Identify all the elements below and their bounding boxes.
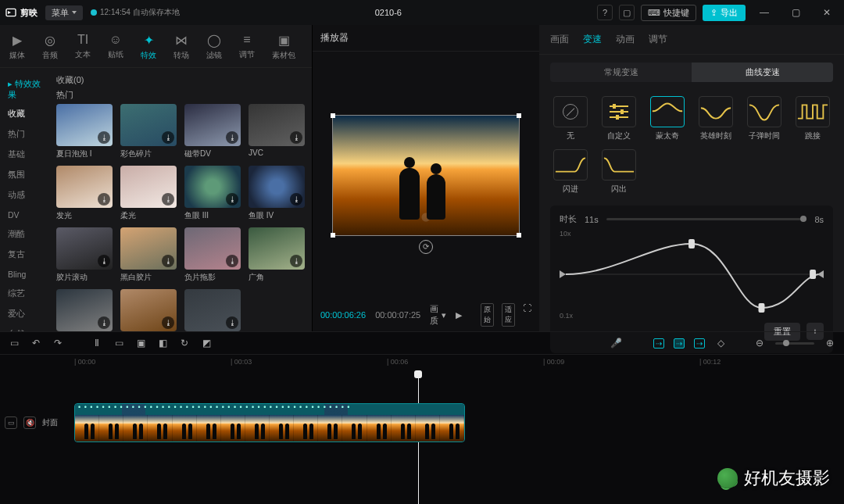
speed-curve-graph[interactable]: 10x 0.1x xyxy=(560,230,824,320)
download-icon[interactable]: ⭳ xyxy=(290,193,302,206)
asset-tab-贴纸[interactable]: ☺贴纸 xyxy=(106,30,125,64)
effect-thumb[interactable]: ⭳鱼眼 IV xyxy=(249,166,305,221)
asset-tab-转场[interactable]: ⋈转场 xyxy=(172,30,191,64)
download-icon[interactable]: ⭳ xyxy=(98,255,110,267)
rotate-icon[interactable]: ↻ xyxy=(178,338,191,349)
menu-button[interactable]: 菜单 xyxy=(45,5,83,20)
quality-select[interactable]: 画质 ▾ xyxy=(430,303,446,327)
effect-thumb[interactable]: ⭳JVC xyxy=(249,104,305,159)
download-icon[interactable]: ⭳ xyxy=(162,131,174,144)
category-item[interactable]: 复古 xyxy=(0,245,48,265)
effect-thumb[interactable]: ⭳柔光 xyxy=(120,166,177,221)
effect-thumb[interactable]: ⭳磁带DV xyxy=(184,104,241,159)
speed-preset[interactable]: 闪出 xyxy=(599,149,639,195)
fullscreen-icon[interactable]: ⛶ xyxy=(523,303,531,327)
layout-icon[interactable]: ▢ xyxy=(619,5,635,20)
copy-icon[interactable]: ▣ xyxy=(134,338,147,349)
asset-tab-滤镜[interactable]: ◯滤镜 xyxy=(205,30,224,64)
zoom-in-icon[interactable]: ⊕ xyxy=(824,338,836,349)
inspector-tab[interactable]: 动画 xyxy=(616,33,635,46)
download-icon[interactable]: ⭳ xyxy=(162,316,174,329)
timeline-ruler[interactable]: | 00:00| 00:03| 00:06| 00:09| 00:12 xyxy=(0,355,844,372)
subtab-normal-speed[interactable]: 常规变速 xyxy=(550,63,692,82)
category-item[interactable]: 自然 xyxy=(0,324,48,331)
help-icon[interactable]: ? xyxy=(597,5,613,20)
effect-thumb[interactable]: ⭳发光 xyxy=(56,166,113,221)
asset-tab-音频[interactable]: ◎音频 xyxy=(41,30,59,64)
mic-icon[interactable]: 🎤 xyxy=(610,338,622,349)
keyframe-icon[interactable]: ◇ xyxy=(714,338,727,349)
effect-thumb[interactable]: ⭳广角 xyxy=(249,227,305,283)
speed-preset[interactable]: 英雄时刻 xyxy=(696,96,736,141)
redo-icon[interactable]: ↷ xyxy=(52,338,64,349)
play-button[interactable]: ▶ xyxy=(456,310,462,320)
speed-preset[interactable]: 子弹时间 xyxy=(744,96,785,141)
asset-tab-调节[interactable]: ≡调节 xyxy=(238,30,256,64)
effect-thumb[interactable]: ⭳ xyxy=(184,289,241,331)
category-item[interactable]: DV xyxy=(0,206,48,224)
effect-thumb[interactable]: ⭳ xyxy=(120,289,177,331)
inspector-tab[interactable]: 画面 xyxy=(550,33,569,46)
resize-handle[interactable] xyxy=(331,233,335,238)
category-item[interactable]: 氛围 xyxy=(0,165,48,185)
crop-icon[interactable]: ◩ xyxy=(200,338,213,349)
effect-thumb[interactable]: ⭳ xyxy=(56,289,113,331)
resize-handle[interactable] xyxy=(517,113,521,118)
category-item[interactable]: 综艺 xyxy=(0,284,48,304)
resize-handle[interactable] xyxy=(331,113,335,118)
download-icon[interactable]: ⭳ xyxy=(98,316,110,329)
snap-toggle-2[interactable]: ⇢ xyxy=(674,338,685,349)
cover-label[interactable]: 封面 xyxy=(42,417,58,428)
track-visibility-icon[interactable]: ▭ xyxy=(5,416,17,429)
original-badge[interactable]: 原始 xyxy=(481,303,494,327)
category-item[interactable]: 动感 xyxy=(0,185,48,206)
subtab-curve-speed[interactable]: 曲线变速 xyxy=(692,63,833,82)
effect-thumb[interactable]: ⭳负片拖影 xyxy=(184,227,241,283)
speed-preset[interactable]: 自定义 xyxy=(599,96,639,141)
fit-badge[interactable]: 适应 xyxy=(502,303,515,327)
download-icon[interactable]: ⭳ xyxy=(162,193,174,206)
effect-thumb[interactable]: ⭳彩色碎片 xyxy=(120,104,177,159)
download-icon[interactable]: ⭳ xyxy=(290,131,302,144)
snap-toggle-1[interactable]: ⇢ xyxy=(653,338,664,349)
effect-thumb[interactable]: ⭳黑白胶片 xyxy=(120,227,177,283)
category-item[interactable]: Bling xyxy=(0,265,48,284)
split-icon[interactable]: Ⅱ xyxy=(91,338,103,349)
select-tool-icon[interactable]: ▭ xyxy=(8,338,20,349)
asset-tab-媒体[interactable]: ▶媒体 xyxy=(8,30,27,64)
effect-thumb[interactable]: ⭳鱼眼 III xyxy=(184,166,241,221)
speed-preset[interactable]: 闪进 xyxy=(550,149,591,195)
download-icon[interactable]: ⭳ xyxy=(226,193,238,206)
duration-slider[interactable] xyxy=(606,218,807,220)
asset-tab-文本[interactable]: TI文本 xyxy=(73,30,92,64)
effect-thumb[interactable]: ⭳胶片滚动 xyxy=(56,227,113,283)
download-icon[interactable]: ⭳ xyxy=(98,193,110,206)
video-canvas[interactable]: ⟳ xyxy=(332,115,520,236)
asset-tab-素材包[interactable]: ▣素材包 xyxy=(270,30,297,64)
inspector-tab[interactable]: 调节 xyxy=(649,33,667,46)
video-clip[interactable] xyxy=(74,403,465,442)
category-item[interactable]: 基础 xyxy=(0,145,48,165)
speed-preset[interactable]: 跳接 xyxy=(792,96,833,141)
undo-icon[interactable]: ↶ xyxy=(30,338,42,349)
zoom-out-icon[interactable]: ⊖ xyxy=(753,338,766,349)
window-close[interactable]: ✕ xyxy=(814,7,839,18)
export-button[interactable]: ⇪ 导出 xyxy=(703,5,746,21)
snap-toggle-3[interactable]: ⇢ xyxy=(694,338,705,349)
effect-thumb[interactable]: ⭳夏日泡泡 I xyxy=(56,104,113,159)
resize-handle[interactable] xyxy=(517,233,521,238)
delete-icon[interactable]: ▭ xyxy=(113,338,125,349)
speed-preset[interactable]: 无 xyxy=(550,96,591,141)
download-icon[interactable]: ⭳ xyxy=(98,131,110,144)
inspector-tab[interactable]: 变速 xyxy=(583,33,602,46)
download-icon[interactable]: ⭳ xyxy=(226,255,238,267)
category-item[interactable]: 收藏 xyxy=(0,104,48,124)
mirror-icon[interactable]: ◧ xyxy=(156,338,169,349)
window-maximize[interactable]: ▢ xyxy=(783,7,808,18)
speed-preset[interactable]: 蒙太奇 xyxy=(647,96,688,141)
download-icon[interactable]: ⭳ xyxy=(226,316,238,329)
shortcuts-button[interactable]: ⌨ 快捷键 xyxy=(641,5,696,21)
download-icon[interactable]: ⭳ xyxy=(162,255,174,267)
rotate-handle[interactable]: ⟳ xyxy=(419,240,433,254)
download-icon[interactable]: ⭳ xyxy=(226,131,238,144)
